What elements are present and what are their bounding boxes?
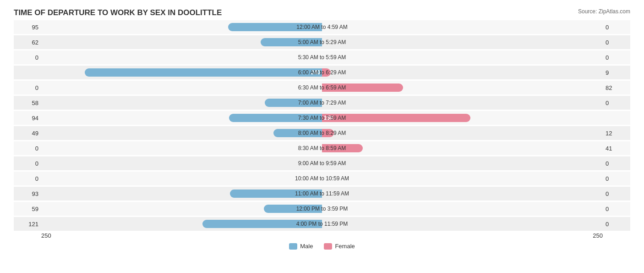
male-value: 58 bbox=[14, 100, 41, 106]
bars-center: 8:30 AM to 8:59 AM bbox=[41, 141, 603, 155]
table-row: 9512:00 AM to 4:59 AM0 bbox=[14, 20, 630, 34]
bars-center: 7:00 AM to 7:29 AM bbox=[41, 96, 603, 110]
bars-center: 10:00 AM to 10:59 AM bbox=[41, 172, 603, 185]
source-text: Source: ZipAtlas.com bbox=[578, 8, 630, 15]
bars-center: 11:00 AM to 11:59 AM bbox=[41, 187, 603, 201]
male-bar bbox=[265, 99, 322, 107]
female-value: 0 bbox=[603, 54, 630, 61]
male-bar bbox=[229, 114, 322, 122]
male-bar-wrap bbox=[273, 129, 322, 137]
male-value: 0 bbox=[14, 160, 41, 167]
female-value: 0 bbox=[603, 206, 630, 212]
female-value: 0 bbox=[603, 160, 630, 167]
bars-center: 6:30 AM to 6:59 AM bbox=[41, 81, 603, 95]
female-value: 0 bbox=[603, 190, 630, 197]
female-bar bbox=[322, 144, 363, 152]
male-bar bbox=[264, 205, 322, 213]
male-bar: 240 bbox=[85, 68, 322, 77]
male-bar-label: 240 bbox=[311, 69, 322, 76]
table-row: 06:30 AM to 6:59 AM82 bbox=[14, 81, 630, 95]
male-bar-wrap bbox=[229, 114, 322, 122]
row-label: 10:00 AM to 10:59 AM bbox=[295, 175, 349, 182]
table-row: 5912:00 PM to 3:59 PM0 bbox=[14, 202, 630, 216]
female-bar-wrap bbox=[322, 129, 334, 137]
male-value: 121 bbox=[14, 221, 41, 228]
male-value: 59 bbox=[14, 206, 41, 212]
male-bar-wrap bbox=[228, 23, 322, 31]
male-bar bbox=[228, 23, 322, 31]
female-value: 0 bbox=[603, 24, 630, 31]
female-value: 41 bbox=[603, 145, 630, 152]
male-bar bbox=[230, 189, 322, 198]
table-row: 625:00 AM to 5:29 AM0 bbox=[14, 35, 630, 49]
legend-male-label: Male bbox=[300, 243, 313, 250]
female-bar bbox=[322, 129, 334, 137]
legend-female: Female bbox=[324, 243, 355, 250]
legend-male: Male bbox=[289, 243, 313, 250]
chart-container: TIME OF DEPARTURE TO WORK BY SEX IN DOOL… bbox=[0, 0, 644, 273]
legend-female-label: Female bbox=[335, 243, 355, 250]
female-value: 82 bbox=[603, 84, 630, 91]
male-value: 49 bbox=[14, 130, 41, 137]
axis-labels: 250 250 bbox=[14, 232, 630, 239]
table-row: 498:00 AM to 8:29 AM12 bbox=[14, 126, 630, 140]
male-bar bbox=[202, 220, 322, 228]
female-bar: 150 bbox=[322, 114, 470, 122]
female-bar-wrap: 150 bbox=[322, 114, 470, 122]
male-bar-wrap bbox=[202, 220, 322, 228]
male-bar-wrap bbox=[265, 99, 322, 107]
female-bar bbox=[322, 84, 403, 92]
chart-title: TIME OF DEPARTURE TO WORK BY SEX IN DOOL… bbox=[14, 8, 630, 17]
table-row: 010:00 AM to 10:59 AM0 bbox=[14, 172, 630, 185]
legend-male-box bbox=[289, 243, 297, 250]
male-bar-wrap bbox=[264, 205, 322, 213]
bars-center: 9:00 AM to 9:59 AM bbox=[41, 156, 603, 170]
bars-center: 12:00 PM to 3:59 PM bbox=[41, 202, 603, 216]
table-row: 05:30 AM to 5:59 AM0 bbox=[14, 50, 630, 64]
legend-female-box bbox=[324, 243, 332, 250]
table-row: 9311:00 AM to 11:59 AM0 bbox=[14, 187, 630, 201]
female-bar-wrap bbox=[322, 68, 331, 77]
table-row: 09:00 AM to 9:59 AM0 bbox=[14, 156, 630, 170]
axis-right: 250 bbox=[593, 232, 603, 239]
bars-center: 12:00 AM to 4:59 AM bbox=[41, 20, 603, 34]
male-value: 93 bbox=[14, 190, 41, 197]
female-bar-wrap bbox=[322, 144, 363, 152]
male-value: 0 bbox=[14, 175, 41, 182]
female-value: 9 bbox=[603, 69, 630, 76]
female-value: 0 bbox=[603, 175, 630, 182]
chart-area: 9512:00 AM to 4:59 AM0625:00 AM to 5:29 … bbox=[14, 20, 630, 231]
male-bar bbox=[273, 129, 322, 137]
legend: Male Female bbox=[14, 243, 630, 250]
bars-center: 5:00 AM to 5:29 AM bbox=[41, 35, 603, 49]
bars-center: 2406:00 AM to 6:29 AM bbox=[41, 66, 603, 79]
male-bar bbox=[261, 38, 322, 46]
male-value: 0 bbox=[14, 54, 41, 61]
male-bar-wrap bbox=[261, 38, 322, 46]
bars-center: 5:30 AM to 5:59 AM bbox=[41, 50, 603, 64]
male-value: 0 bbox=[14, 84, 41, 91]
bars-center: 4:00 PM to 11:59 PM bbox=[41, 217, 603, 231]
bars-center: 8:00 AM to 8:29 AM bbox=[41, 126, 603, 140]
axis-left: 250 bbox=[41, 232, 51, 239]
male-value: 94 bbox=[14, 115, 41, 122]
table-row: 1214:00 PM to 11:59 PM0 bbox=[14, 217, 630, 231]
table-row: 08:30 AM to 8:59 AM41 bbox=[14, 141, 630, 155]
female-value: 0 bbox=[603, 100, 630, 106]
male-bar-wrap bbox=[230, 189, 322, 198]
table-row: 941507:30 AM to 7:59 AM bbox=[14, 111, 630, 125]
table-row: 2406:00 AM to 6:29 AM9 bbox=[14, 66, 630, 79]
row-label: 9:00 AM to 9:59 AM bbox=[298, 160, 346, 167]
female-value: 0 bbox=[603, 221, 630, 228]
female-bar bbox=[322, 68, 331, 77]
male-value: 95 bbox=[14, 24, 41, 31]
row-label: 5:30 AM to 5:59 AM bbox=[298, 54, 346, 61]
female-value: 12 bbox=[603, 130, 630, 137]
female-bar-label: 150 bbox=[322, 115, 333, 121]
female-bar-wrap bbox=[322, 84, 403, 92]
table-row: 587:00 AM to 7:29 AM0 bbox=[14, 96, 630, 110]
male-value: 0 bbox=[14, 145, 41, 152]
male-value: 62 bbox=[14, 39, 41, 46]
male-bar-wrap: 240 bbox=[85, 68, 322, 77]
female-value: 0 bbox=[603, 39, 630, 46]
